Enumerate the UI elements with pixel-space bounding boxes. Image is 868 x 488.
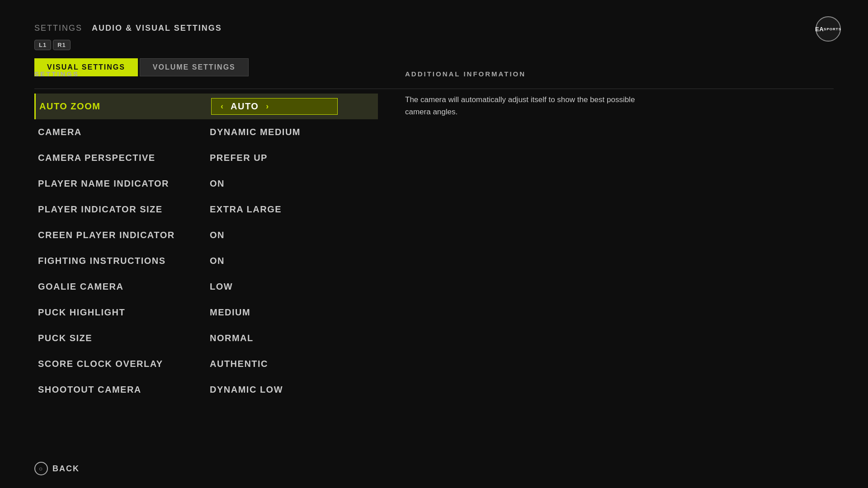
- setting-row-7[interactable]: GOALIE CAMERA LOW: [34, 274, 378, 300]
- setting-row-11[interactable]: SHOOTOUT CAMERA DYNAMIC LOW: [34, 377, 378, 403]
- setting-name-5: CREEN PLAYER INDICATOR: [38, 230, 210, 240]
- setting-value-1: DYNAMIC MEDIUM: [210, 127, 301, 137]
- settings-header: SETTINGS: [34, 70, 378, 78]
- setting-value-4: EXTRA LARGE: [210, 204, 282, 215]
- additional-info-text: The camera will automatically adjust its…: [405, 94, 658, 118]
- setting-row-3[interactable]: PLAYER NAME INDICATOR ON: [34, 171, 378, 197]
- setting-value-10: AUTHENTIC: [210, 359, 268, 369]
- setting-name-3: PLAYER NAME INDICATOR: [38, 178, 210, 189]
- setting-name-8: PUCK HIGHLIGHT: [38, 307, 210, 318]
- setting-value-area-10: AUTHENTIC: [210, 359, 374, 369]
- setting-row-1[interactable]: CAMERA DYNAMIC MEDIUM: [34, 119, 378, 145]
- main-content: SETTINGS ADDITIONAL INFORMATION AUTO ZOO…: [34, 70, 834, 452]
- setting-name-1: CAMERA: [38, 127, 210, 137]
- ea-logo: EASPORTS: [816, 16, 841, 42]
- settings-list: AUTO ZOOM ‹ AUTO › CAMERA DYNAMIC MEDIUM…: [34, 94, 378, 403]
- setting-value-area-0: ‹ AUTO ›: [211, 98, 374, 115]
- r1-bumper[interactable]: R1: [53, 40, 71, 50]
- setting-value-area-6: ON: [210, 256, 374, 266]
- setting-value-2: PREFER UP: [210, 153, 268, 163]
- setting-value-8: MEDIUM: [210, 307, 250, 318]
- setting-value-area-4: EXTRA LARGE: [210, 204, 374, 215]
- breadcrumb-prefix: SETTINGS: [34, 23, 82, 33]
- setting-name-0: AUTO ZOOM: [39, 101, 211, 112]
- setting-value-area-2: PREFER UP: [210, 153, 374, 163]
- setting-value-0: AUTO: [231, 101, 259, 112]
- setting-value-area-7: LOW: [210, 282, 374, 292]
- setting-value-5: ON: [210, 230, 225, 240]
- back-label: BACK: [52, 464, 80, 474]
- setting-row-0[interactable]: AUTO ZOOM ‹ AUTO ›: [34, 94, 378, 119]
- setting-name-10: SCORE CLOCK OVERLAY: [38, 359, 210, 369]
- setting-name-2: CAMERA PERSPECTIVE: [38, 153, 210, 163]
- setting-row-2[interactable]: CAMERA PERSPECTIVE PREFER UP: [34, 145, 378, 171]
- setting-value-3: ON: [210, 178, 225, 189]
- setting-row-6[interactable]: FIGHTING INSTRUCTIONS ON: [34, 248, 378, 274]
- settings-section: AUTO ZOOM ‹ AUTO › CAMERA DYNAMIC MEDIUM…: [34, 94, 378, 403]
- arrow-right-0[interactable]: ›: [266, 102, 269, 111]
- info-section: The camera will automatically adjust its…: [378, 94, 834, 403]
- setting-value-9: NORMAL: [210, 333, 254, 343]
- value-bar-0: ‹ AUTO ›: [211, 98, 338, 115]
- setting-value-area-3: ON: [210, 178, 374, 189]
- setting-row-10[interactable]: SCORE CLOCK OVERLAY AUTHENTIC: [34, 351, 378, 377]
- setting-value-area-11: DYNAMIC LOW: [210, 385, 374, 395]
- setting-name-6: FIGHTING INSTRUCTIONS: [38, 256, 210, 266]
- setting-value-area-8: MEDIUM: [210, 307, 374, 318]
- setting-value-area-1: DYNAMIC MEDIUM: [210, 127, 374, 137]
- setting-row-5[interactable]: CREEN PLAYER INDICATOR ON: [34, 222, 378, 248]
- setting-row-9[interactable]: PUCK SIZE NORMAL: [34, 325, 378, 351]
- setting-row-8[interactable]: PUCK HIGHLIGHT MEDIUM: [34, 300, 378, 325]
- bumpers: L1 R1: [34, 40, 243, 50]
- breadcrumb-main: AUDIO & VISUAL SETTINGS: [92, 23, 222, 33]
- setting-name-9: PUCK SIZE: [38, 333, 210, 343]
- setting-value-area-9: NORMAL: [210, 333, 374, 343]
- setting-name-7: GOALIE CAMERA: [38, 282, 210, 292]
- setting-value-6: ON: [210, 256, 225, 266]
- setting-value-11: DYNAMIC LOW: [210, 385, 283, 395]
- setting-name-4: PLAYER INDICATOR SIZE: [38, 204, 210, 215]
- setting-name-11: SHOOTOUT CAMERA: [38, 385, 210, 395]
- arrow-left-0[interactable]: ‹: [221, 102, 223, 111]
- setting-row-4[interactable]: PLAYER INDICATOR SIZE EXTRA LARGE: [34, 197, 378, 222]
- columns-layout: AUTO ZOOM ‹ AUTO › CAMERA DYNAMIC MEDIUM…: [34, 94, 834, 403]
- l1-bumper[interactable]: L1: [34, 40, 51, 50]
- back-icon: ○: [34, 462, 48, 475]
- setting-value-7: LOW: [210, 282, 233, 292]
- breadcrumb: SETTINGS AUDIO & VISUAL SETTINGS: [34, 23, 222, 33]
- additional-info-header: ADDITIONAL INFORMATION: [405, 70, 834, 78]
- setting-value-area-5: ON: [210, 230, 374, 240]
- back-button[interactable]: ○ BACK: [34, 462, 80, 475]
